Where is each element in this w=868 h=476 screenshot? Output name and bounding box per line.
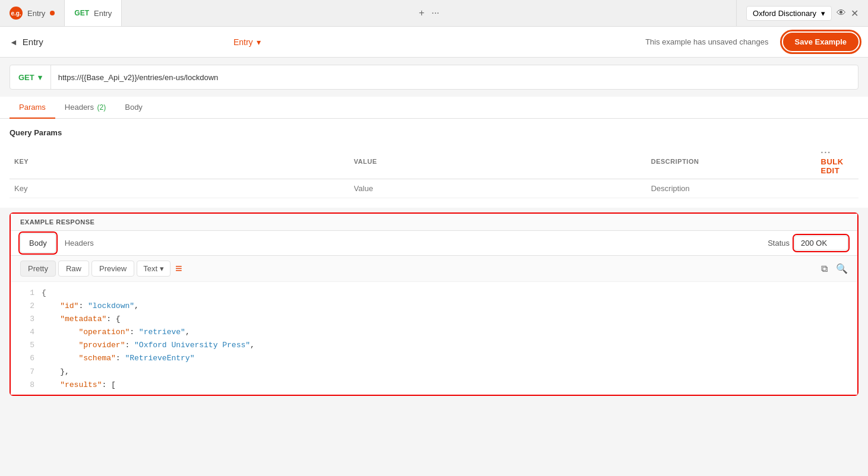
back-arrow-icon[interactable]: ◄ <box>10 37 18 47</box>
request-tabs: Params Headers (2) Body <box>0 97 868 119</box>
wrap-button[interactable]: ≡ <box>175 262 182 275</box>
dropdown-arrow-icon[interactable]: ▾ <box>257 37 261 47</box>
entry-dropdown-label[interactable]: Entry <box>233 37 253 47</box>
code-line: 7 }, <box>20 366 848 379</box>
pretty-button[interactable]: Pretty <box>20 261 56 277</box>
tab-body[interactable]: Body <box>115 97 152 119</box>
tab-dot <box>50 11 55 15</box>
tab2-method: GET <box>74 9 89 17</box>
code-line: 2 "id": "lockdown", <box>20 300 848 313</box>
unsaved-changes-message: This example has unsaved changes <box>645 37 768 46</box>
search-icon[interactable]: 🔍 <box>836 263 848 274</box>
text-dropdown[interactable]: Text ▾ <box>137 261 171 277</box>
example-response-header: EXAMPLE RESPONSE <box>11 214 857 231</box>
col-value-header: VALUE <box>349 144 646 179</box>
col-actions-header: ··· Bulk Edit <box>816 144 858 179</box>
save-example-button[interactable]: Save Example <box>783 33 858 51</box>
add-tab-button[interactable]: + <box>419 8 424 18</box>
value-input[interactable] <box>354 184 642 193</box>
breadcrumb-title: Entry <box>23 37 43 47</box>
chevron-down-icon: ▾ <box>821 9 825 18</box>
dictionary-dropdown[interactable]: Oxford Disctionary ▾ <box>746 6 832 21</box>
status-label: Status <box>768 239 790 247</box>
eye-icon[interactable]: 👁 <box>837 8 846 18</box>
code-line: 3 "metadata": { <box>20 313 848 326</box>
raw-button[interactable]: Raw <box>58 261 89 277</box>
format-bar: Pretty Raw Preview Text ▾ ≡ ⧉ 🔍 <box>11 256 857 282</box>
query-params-title: Query Params <box>10 128 858 137</box>
col-key-header: KEY <box>10 144 349 179</box>
example-response-section: EXAMPLE RESPONSE Body Headers Status Pre… <box>10 212 858 396</box>
copy-icon[interactable]: ⧉ <box>821 264 828 274</box>
code-line: 4 "operation": "retrieve", <box>20 326 848 339</box>
tab1-label: Entry <box>27 9 45 18</box>
description-input[interactable] <box>651 184 812 193</box>
tab-item-eg-entry[interactable]: e.g. Entry <box>0 0 65 26</box>
tab-bar: e.g. Entry GET Entry + ··· Oxford Discti… <box>0 0 868 27</box>
tab-item-get-entry[interactable]: GET Entry <box>65 0 122 26</box>
params-table: KEY VALUE DESCRIPTION ··· Bulk Edit <box>10 144 858 198</box>
eg-badge: e.g. <box>10 7 23 20</box>
method-select[interactable]: GET ▾ <box>10 65 51 89</box>
table-row <box>10 179 858 198</box>
col-desc-header: DESCRIPTION <box>646 144 816 179</box>
preview-button[interactable]: Preview <box>91 261 134 277</box>
tab-headers[interactable]: Headers (2) <box>55 97 115 119</box>
more-tabs-button[interactable]: ··· <box>431 8 439 18</box>
status-area: Status <box>768 236 848 250</box>
code-line: 1{ <box>20 287 848 300</box>
response-tabs-bar: Body Headers Status <box>11 231 857 256</box>
code-line: 8 "results": [ <box>20 379 848 392</box>
resp-tab-body[interactable]: Body <box>20 233 56 253</box>
code-line: 6 "schema": "RetrieveEntry" <box>20 352 848 365</box>
more-options-icon[interactable]: ··· <box>821 148 832 157</box>
tab-params[interactable]: Params <box>10 97 55 119</box>
status-input[interactable] <box>794 236 848 250</box>
request-bar: GET ▾ <box>10 65 858 90</box>
text-chevron-icon: ▾ <box>160 264 164 273</box>
code-line: 5 "provider": "Oxford University Press", <box>20 339 848 352</box>
close-icon[interactable]: ✕ <box>851 8 858 19</box>
query-params-section: Query Params KEY VALUE DESCRIPTION ··· B… <box>0 119 868 208</box>
key-input[interactable] <box>14 184 345 193</box>
method-chevron-icon: ▾ <box>38 73 42 82</box>
code-display: 1{ 2 "id": "lockdown", 3 "metadata": { 4… <box>11 282 857 395</box>
method-label: GET <box>18 73 34 82</box>
breadcrumb-bar: ◄ Entry Entry ▾ This example has unsaved… <box>0 27 868 58</box>
code-line: 9 { <box>20 392 848 395</box>
url-input[interactable] <box>51 73 858 82</box>
dictionary-label: Oxford Disctionary <box>753 9 816 18</box>
bulk-edit-button[interactable]: Bulk Edit <box>821 157 844 175</box>
tab2-label: Entry <box>94 9 112 18</box>
resp-tab-headers[interactable]: Headers <box>56 233 103 253</box>
